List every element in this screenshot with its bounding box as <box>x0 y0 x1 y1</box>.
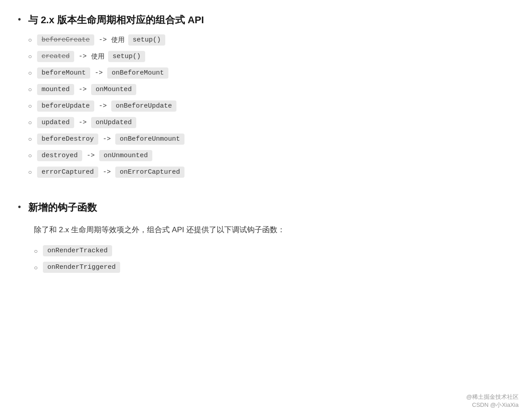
watermark: @稀土掘金技术社区 CSDN @小XiaXia <box>466 393 519 409</box>
list-item-errorcaptured: errorCaptured -> onErrorCaptured <box>28 167 514 178</box>
section-composition-api: • 与 2.x 版本生命周期相对应的组合式 API beforeCreate -… <box>18 13 514 183</box>
lifecycle-list: beforeCreate -> 使用 setup() created -> 使用… <box>28 34 514 178</box>
code-beforedestroy: beforeDestroy <box>37 134 98 145</box>
list-item-updated: updated -> onUpdated <box>28 117 514 128</box>
code-errorcaptured: errorCaptured <box>37 167 98 178</box>
arrow-0: -> <box>99 36 107 44</box>
list-item-mounted: mounted -> onMounted <box>28 84 514 95</box>
bullet-item-2: • 新增的钩子函数 <box>18 201 514 215</box>
code-onbeforemount: onBeforeMount <box>107 67 168 79</box>
code-setup-1: setup() <box>108 51 145 62</box>
list-item-onrendertriggered: onRenderTriggered <box>34 262 514 273</box>
code-onmounted: onMounted <box>91 84 136 95</box>
code-beforeupdate: beforeUpdate <box>37 100 94 112</box>
code-onupdated: onUpdated <box>91 117 136 128</box>
code-onbeforeunmount: onBeforeUnmount <box>115 134 184 145</box>
arrow-6: -> <box>103 135 111 143</box>
arrow-5: -> <box>79 119 87 126</box>
section-title-1: 与 2.x 版本生命周期相对应的组合式 API <box>28 14 204 25</box>
code-onbeforeupdate: onBeforeUpdate <box>111 100 176 112</box>
code-destroyed: destroyed <box>37 150 82 161</box>
arrow-3: -> <box>79 86 87 93</box>
bullet-dot-2: • <box>18 202 21 212</box>
bullet-dot-1: • <box>18 14 21 25</box>
arrow-1: -> <box>79 53 87 60</box>
list-item-beforeupdate: beforeUpdate -> onBeforeUpdate <box>28 100 514 112</box>
code-onrendertracked: onRenderTracked <box>43 245 112 256</box>
section-title-2: 新增的钩子函数 <box>28 202 97 213</box>
bullet-item-1: • 与 2.x 版本生命周期相对应的组合式 API beforeCreate -… <box>18 13 514 183</box>
code-setup-0: setup() <box>128 34 165 46</box>
list-item-beforemount: beforeMount -> onBeforeMount <box>28 67 514 79</box>
new-hooks-body: 除了和 2.x 生命周期等效项之外，组合式 API 还提供了以下调试钩子函数： … <box>18 224 514 273</box>
code-updated: updated <box>37 117 74 128</box>
section-content-1: 与 2.x 版本生命周期相对应的组合式 API beforeCreate -> … <box>28 13 514 183</box>
watermark-line1: @稀土掘金技术社区 <box>466 393 519 401</box>
arrow-2: -> <box>95 69 103 77</box>
list-item-destroyed: destroyed -> onUnmounted <box>28 150 514 161</box>
new-hooks-description: 除了和 2.x 生命周期等效项之外，组合式 API 还提供了以下调试钩子函数： <box>34 224 514 237</box>
list-item-created: created -> 使用 setup() <box>28 51 514 62</box>
code-onerrorcaptured: onErrorCaptured <box>115 167 184 178</box>
list-item-beforedestroy: beforeDestroy -> onBeforeUnmount <box>28 134 514 145</box>
list-item-beforecreate: beforeCreate -> 使用 setup() <box>28 34 514 46</box>
code-created: created <box>37 51 74 62</box>
middle-text-1: 使用 <box>91 52 105 61</box>
section-content-2: 新增的钩子函数 <box>28 201 514 215</box>
code-beforecreate: beforeCreate <box>37 34 94 46</box>
code-onunmounted: onUnmounted <box>99 150 152 161</box>
new-hooks-list: onRenderTracked onRenderTriggered <box>34 245 514 273</box>
watermark-line2: CSDN @小XiaXia <box>466 401 519 409</box>
code-beforemount: beforeMount <box>37 67 90 79</box>
code-onrendertriggered: onRenderTriggered <box>43 262 120 273</box>
middle-text-0: 使用 <box>111 36 125 44</box>
code-mounted: mounted <box>37 84 74 95</box>
section-new-hooks: • 新增的钩子函数 除了和 2.x 生命周期等效项之外，组合式 API 还提供了… <box>18 201 514 273</box>
arrow-4: -> <box>99 102 107 110</box>
arrow-8: -> <box>103 168 111 176</box>
list-item-onrendertracked: onRenderTracked <box>34 245 514 256</box>
arrow-7: -> <box>87 152 95 159</box>
